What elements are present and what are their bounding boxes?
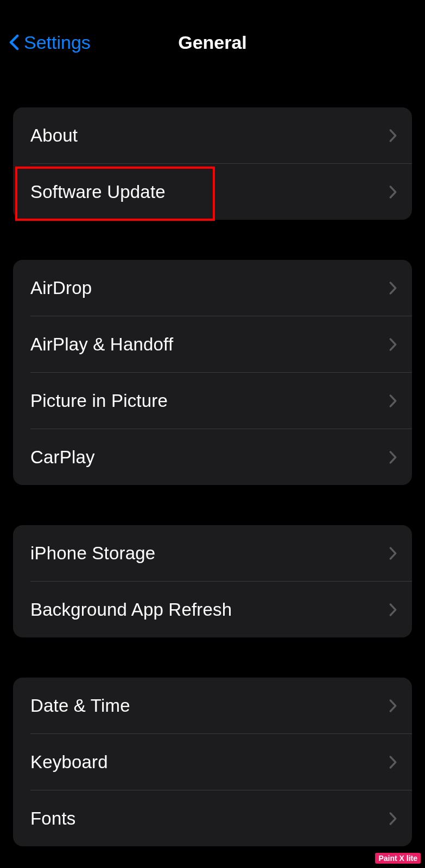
chevron-right-icon: [389, 129, 397, 142]
row-label: AirPlay & Handoff: [30, 334, 173, 355]
settings-group: iPhone StorageBackground App Refresh: [13, 525, 412, 637]
settings-group: AboutSoftware Update: [13, 107, 412, 220]
chevron-right-icon: [389, 282, 397, 295]
row-label: iPhone Storage: [30, 543, 155, 564]
row-software-update[interactable]: Software Update: [13, 164, 412, 220]
chevron-left-icon: [9, 33, 20, 52]
row-carplay[interactable]: CarPlay: [13, 429, 412, 485]
back-label: Settings: [24, 32, 91, 53]
page-title: General: [178, 32, 247, 53]
row-airdrop[interactable]: AirDrop: [13, 260, 412, 316]
row-label: Background App Refresh: [30, 599, 232, 620]
row-about[interactable]: About: [13, 107, 412, 163]
row-background-app-refresh[interactable]: Background App Refresh: [13, 582, 412, 637]
row-iphone-storage[interactable]: iPhone Storage: [13, 525, 412, 581]
row-label: Fonts: [30, 808, 76, 829]
chevron-right-icon: [389, 394, 397, 407]
row-label: Software Update: [30, 182, 166, 202]
settings-content: AboutSoftware UpdateAirDropAirPlay & Han…: [0, 107, 425, 846]
chevron-right-icon: [389, 547, 397, 560]
chevron-right-icon: [389, 186, 397, 199]
row-label: CarPlay: [30, 447, 95, 468]
settings-group: Date & TimeKeyboardFonts: [13, 678, 412, 846]
chevron-right-icon: [389, 451, 397, 464]
chevron-right-icon: [389, 812, 397, 825]
chevron-right-icon: [389, 756, 397, 769]
row-keyboard[interactable]: Keyboard: [13, 734, 412, 790]
settings-group: AirDropAirPlay & HandoffPicture in Pictu…: [13, 260, 412, 485]
chevron-right-icon: [389, 603, 397, 616]
row-label: Picture in Picture: [30, 391, 168, 411]
row-label: Date & Time: [30, 695, 130, 716]
row-airplay-handoff[interactable]: AirPlay & Handoff: [13, 316, 412, 372]
row-label: AirDrop: [30, 278, 92, 298]
row-label: About: [30, 125, 78, 146]
row-fonts[interactable]: Fonts: [13, 790, 412, 846]
back-button[interactable]: Settings: [9, 32, 91, 53]
row-picture-in-picture[interactable]: Picture in Picture: [13, 373, 412, 429]
chevron-right-icon: [389, 338, 397, 351]
chevron-right-icon: [389, 699, 397, 712]
row-date-time[interactable]: Date & Time: [13, 678, 412, 733]
watermark: Paint X lite: [375, 853, 421, 864]
nav-bar: Settings General: [0, 27, 425, 58]
row-label: Keyboard: [30, 752, 108, 773]
